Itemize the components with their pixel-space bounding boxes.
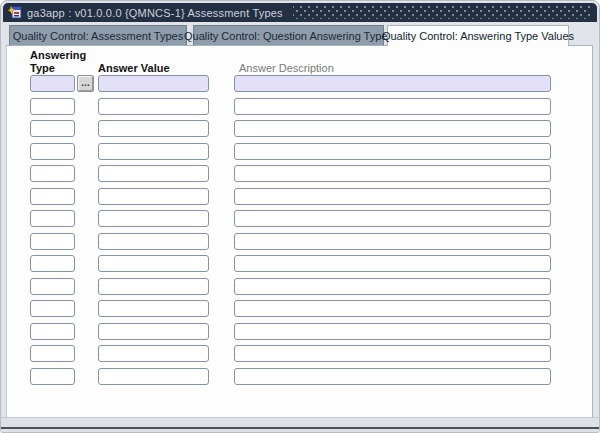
- answer-description-input[interactable]: [234, 143, 551, 160]
- tab-question-answering-types[interactable]: Quality Control: Question Answering Type…: [193, 25, 384, 46]
- tab-bar: Quality Control: Assessment Types Qualit…: [6, 25, 593, 46]
- answering-type-values-panel: Answering Type Answer Value Answer Descr…: [6, 46, 593, 417]
- record-row: …: [30, 165, 592, 182]
- answer-description-input[interactable]: [234, 300, 551, 317]
- answer-value-input[interactable]: [98, 233, 209, 250]
- answer-description-input[interactable]: [234, 323, 551, 340]
- answering-type-input[interactable]: [30, 188, 75, 205]
- answer-value-input[interactable]: [98, 188, 209, 205]
- answer-description-input[interactable]: [234, 278, 551, 295]
- record-row: …: [30, 255, 592, 272]
- forms-window-icon: [8, 6, 22, 19]
- answering-type-input[interactable]: [30, 143, 75, 160]
- answer-value-input[interactable]: [98, 143, 209, 160]
- answer-value-input[interactable]: [98, 120, 209, 137]
- record-row: …: [30, 143, 592, 160]
- answering-type-input[interactable]: [30, 278, 75, 295]
- answer-description-input[interactable]: [234, 98, 551, 115]
- answer-description-input[interactable]: [234, 188, 551, 205]
- answering-type-input[interactable]: [30, 368, 75, 385]
- answer-description-input[interactable]: [234, 165, 551, 182]
- answering-type-input[interactable]: [30, 233, 75, 250]
- record-row: …: [30, 120, 592, 137]
- answer-description-input[interactable]: [234, 255, 551, 272]
- answer-value-input[interactable]: [98, 210, 209, 227]
- answer-value-input[interactable]: [98, 278, 209, 295]
- record-row: …: [30, 210, 592, 227]
- record-row: …: [30, 345, 592, 362]
- answer-value-input[interactable]: [98, 75, 209, 92]
- grid-rows: … … … … …: [30, 75, 592, 390]
- titlebar-hatch-pattern: [293, 6, 591, 19]
- answering-type-input[interactable]: [30, 300, 75, 317]
- answer-description-input[interactable]: [234, 120, 551, 137]
- record-row: …: [30, 323, 592, 340]
- column-header-answer-value: Answer Value: [98, 62, 170, 74]
- window-title: ga3app : v01.0.0.0 {QMNCS-1} Assessment …: [27, 7, 283, 19]
- record-row: …: [30, 75, 592, 92]
- record-row: …: [30, 98, 592, 115]
- answer-value-input[interactable]: [98, 300, 209, 317]
- tab-spacer: [569, 25, 593, 46]
- answering-type-input[interactable]: [30, 75, 75, 92]
- lov-button[interactable]: …: [77, 75, 94, 92]
- answer-value-input[interactable]: [98, 98, 209, 115]
- answer-description-input[interactable]: [234, 345, 551, 362]
- answer-description-input[interactable]: [234, 75, 551, 92]
- answer-value-input[interactable]: [98, 255, 209, 272]
- answer-value-input[interactable]: [98, 323, 209, 340]
- tab-answering-type-values[interactable]: Quality Control: Answering Type Values: [387, 25, 569, 46]
- record-row: …: [30, 300, 592, 317]
- answer-description-input[interactable]: [234, 368, 551, 385]
- tab-assessment-types[interactable]: Quality Control: Assessment Types: [9, 25, 187, 46]
- forms-window: ga3app : v01.0.0.0 {QMNCS-1} Assessment …: [0, 0, 600, 433]
- answer-value-input[interactable]: [98, 345, 209, 362]
- answer-value-input[interactable]: [98, 165, 209, 182]
- record-row: …: [30, 278, 592, 295]
- window-titlebar[interactable]: ga3app : v01.0.0.0 {QMNCS-1} Assessment …: [3, 3, 597, 22]
- answering-type-input[interactable]: [30, 120, 75, 137]
- answering-type-input[interactable]: [30, 345, 75, 362]
- answer-value-input[interactable]: [98, 368, 209, 385]
- answering-type-input[interactable]: [30, 98, 75, 115]
- column-header-answer-description: Answer Description: [239, 62, 334, 74]
- answering-type-input[interactable]: [30, 165, 75, 182]
- column-header-answering-type: Answering Type: [30, 49, 86, 75]
- answer-description-input[interactable]: [234, 210, 551, 227]
- answering-type-input[interactable]: [30, 255, 75, 272]
- record-row: …: [30, 368, 592, 385]
- answering-type-input[interactable]: [30, 323, 75, 340]
- answering-type-input[interactable]: [30, 210, 75, 227]
- answer-description-input[interactable]: [234, 233, 551, 250]
- record-row: …: [30, 188, 592, 205]
- window-bottom-frame: [1, 417, 599, 432]
- record-row: …: [30, 233, 592, 250]
